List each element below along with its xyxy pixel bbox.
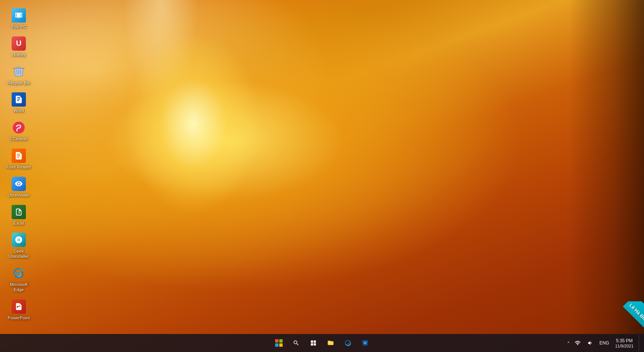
edge-taskbar-icon: [344, 339, 352, 347]
unikey-icon: U: [11, 36, 26, 51]
ultraviewer-label: UltraViewer: [7, 193, 30, 198]
ccleaner-label: CCleaner: [10, 137, 28, 142]
svg-point-1: [18, 126, 20, 129]
foxit-icon: [11, 148, 26, 163]
ccleaner-icon: [11, 120, 26, 135]
clock-time: 5:35 PM: [616, 338, 633, 343]
chevron-up-icon: ^: [568, 341, 569, 345]
unikey-label: UniKey: [12, 53, 25, 58]
volume-icon: [587, 340, 593, 346]
desktop-icon-excel[interactable]: Excel: [4, 202, 34, 229]
desktop-icon-foxit[interactable]: Foxit Reader: [4, 146, 34, 172]
this-pc-icon: [11, 8, 26, 23]
geek-label: Geek Uninstaller: [5, 249, 32, 259]
excel-icon: [11, 205, 26, 220]
foxit-label: Foxit Reader: [6, 165, 31, 170]
powerpoint-icon: [11, 299, 26, 314]
store-icon: [361, 339, 369, 347]
start-button[interactable]: [271, 335, 287, 351]
edge-label: Microsoft Edge: [5, 282, 32, 293]
edge-icon: [11, 266, 26, 281]
geek-uninstaller-icon: [11, 232, 26, 247]
word-label: Word: [13, 108, 24, 114]
desktop-icon-powerpoint[interactable]: PowerPoint: [4, 297, 34, 323]
search-button[interactable]: [288, 335, 304, 351]
volume-tray-icon[interactable]: [584, 335, 596, 351]
watermark: Lê Hà Blog: [607, 301, 644, 331]
tree-overlay: [569, 0, 644, 352]
desktop-icon-edge[interactable]: Microsoft Edge: [4, 263, 34, 295]
search-icon: [293, 340, 300, 346]
desktop-icon-geek-uninstaller[interactable]: Geek Uninstaller: [4, 230, 34, 262]
edge-taskbar-button[interactable]: [340, 335, 356, 351]
svg-rect-5: [314, 343, 316, 346]
language-text: ENG: [599, 340, 609, 346]
clock-area[interactable]: 5:35 PM 11/9/2021: [612, 335, 637, 351]
this-pc-label: This PC: [11, 24, 27, 30]
store-taskbar-button[interactable]: [357, 335, 373, 351]
ultraviewer-icon: [11, 176, 26, 191]
desktop-icon-area: This PC U UniKey Recycle Bin: [0, 0, 60, 333]
file-explorer-button[interactable]: [322, 335, 339, 351]
network-tray-icon[interactable]: [572, 335, 584, 351]
show-hidden-icons-button[interactable]: ^: [566, 335, 571, 351]
svg-rect-4: [311, 343, 313, 346]
sun-rays-overlay: [0, 0, 644, 352]
desktop-icon-recycle-bin[interactable]: Recycle Bin: [4, 62, 34, 88]
desktop-icon-ccleaner[interactable]: CCleaner: [4, 118, 34, 144]
show-desktop-button[interactable]: [639, 335, 641, 351]
file-explorer-icon: [327, 340, 334, 346]
excel-label: Excel: [13, 221, 24, 226]
clock-date: 11/9/2021: [615, 344, 634, 348]
desktop-icon-unikey[interactable]: U UniKey: [4, 34, 34, 60]
task-view-icon: [310, 340, 317, 346]
watermark-text: Lê Hà Blog: [623, 301, 644, 331]
desktop-icon-word[interactable]: Word: [4, 90, 34, 116]
desktop-icon-ultraviewer[interactable]: UltraViewer: [4, 174, 34, 200]
language-indicator[interactable]: ENG: [597, 335, 611, 351]
taskbar: ^ ENG 5:35 PM 11/9/2021: [0, 334, 644, 352]
svg-rect-2: [311, 340, 313, 343]
wifi-icon: [575, 340, 581, 346]
windows-logo-icon: [275, 339, 283, 347]
system-tray: ^ ENG 5:35 PM 11/9/2021: [566, 335, 644, 351]
word-icon: [11, 92, 26, 107]
taskbar-center: [271, 335, 373, 351]
svg-rect-3: [314, 340, 316, 343]
recycle-bin-label: Recycle Bin: [7, 81, 30, 86]
desktop-icon-this-pc[interactable]: This PC: [4, 6, 34, 32]
task-view-button[interactable]: [305, 335, 322, 351]
powerpoint-label: PowerPoint: [8, 316, 30, 321]
recycle-bin-icon: [11, 64, 26, 79]
